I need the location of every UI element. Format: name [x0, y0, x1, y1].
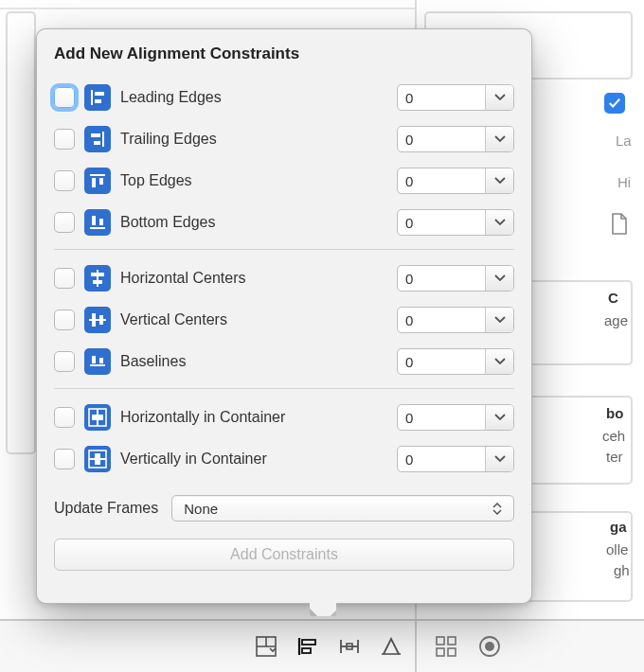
bg-text-gh: gh: [614, 562, 630, 578]
group-separator: [54, 249, 514, 250]
zoom-icon[interactable]: [477, 634, 502, 659]
svg-rect-1: [302, 640, 315, 645]
align-row-bottom: Bottom Edges0: [54, 202, 514, 243]
leading-checkbox[interactable]: [54, 87, 75, 108]
trailing-value-combo[interactable]: 0: [397, 126, 514, 152]
svg-rect-14: [92, 178, 96, 187]
bg-text-c: C: [608, 290, 618, 306]
hcontainer-checkbox[interactable]: [54, 407, 75, 428]
leading-value-combo[interactable]: 0: [397, 84, 514, 111]
update-frames-value: None: [184, 501, 218, 517]
svg-rect-13: [94, 141, 100, 145]
chevron-down-icon[interactable]: [485, 85, 513, 110]
chevron-down-icon[interactable]: [485, 210, 513, 235]
grid-icon[interactable]: [434, 634, 458, 659]
svg-rect-5: [448, 637, 456, 645]
svg-rect-23: [99, 358, 103, 363]
svg-rect-4: [437, 637, 444, 645]
resolve-tool-icon[interactable]: [379, 634, 403, 659]
bottom-label: Bottom Edges: [120, 214, 397, 231]
svg-rect-27: [95, 453, 100, 465]
update-frames-popup[interactable]: None: [171, 495, 514, 522]
chevron-down-icon[interactable]: [485, 447, 513, 471]
vcenters-label: Vertical Centers: [120, 311, 397, 328]
chevron-down-icon[interactable]: [485, 266, 513, 291]
svg-rect-17: [99, 219, 103, 225]
bg-text-olle: olle: [606, 541, 628, 557]
hcenters-value-combo[interactable]: 0: [397, 265, 514, 292]
bg-text-ter: ter: [606, 449, 623, 465]
svg-rect-21: [99, 315, 103, 325]
bg-text-bo: bo: [606, 405, 623, 421]
pin-tool-icon[interactable]: [337, 634, 362, 659]
align-row-top: Top Edges0: [54, 160, 514, 202]
vcontainer-icon: [84, 446, 111, 472]
document-icon: [610, 213, 629, 236]
vcontainer-label: Vertically in Container: [120, 451, 397, 468]
svg-rect-12: [91, 133, 100, 137]
hcenters-checkbox[interactable]: [54, 268, 75, 289]
baselines-value-combo[interactable]: 0: [397, 348, 514, 375]
baselines-value: 0: [398, 349, 485, 374]
baselines-checkbox[interactable]: [54, 351, 75, 372]
canvas-top-edge: [0, 8, 415, 9]
hcenters-icon: [84, 265, 111, 292]
add-constraints-button[interactable]: Add Constraints: [54, 539, 514, 571]
trailing-icon: [84, 126, 111, 152]
alignment-constraints-popover: Add New Alignment Constraints Leading Ed…: [36, 28, 532, 604]
stack-tool-icon[interactable]: [254, 634, 278, 659]
svg-rect-19: [93, 280, 102, 284]
svg-rect-15: [99, 178, 103, 185]
baselines-icon: [84, 348, 111, 375]
bg-text-ceh: ceh: [602, 428, 625, 444]
svg-rect-7: [448, 648, 456, 656]
vcenters-checkbox[interactable]: [54, 309, 75, 330]
top-value-combo[interactable]: 0: [397, 168, 514, 194]
svg-point-9: [485, 642, 494, 651]
vcenters-value-combo[interactable]: 0: [397, 307, 514, 333]
svg-rect-25: [92, 415, 103, 420]
top-label: Top Edges: [120, 172, 397, 189]
top-icon: [84, 168, 111, 194]
bg-text-la: La: [616, 133, 632, 149]
bg-text-ga: ga: [610, 519, 627, 535]
svg-rect-10: [95, 92, 104, 96]
align-row-leading: Leading Edges0: [54, 77, 514, 118]
bottom-checkbox[interactable]: [54, 212, 75, 233]
popover-title: Add New Alignment Constraints: [54, 44, 514, 63]
trailing-checkbox[interactable]: [54, 129, 75, 150]
svg-rect-6: [437, 648, 444, 656]
svg-rect-2: [302, 648, 311, 653]
background-checkbox[interactable]: [604, 93, 625, 114]
chevron-down-icon[interactable]: [485, 308, 513, 332]
trailing-value: 0: [398, 127, 485, 151]
chevron-down-icon[interactable]: [485, 349, 513, 374]
trailing-label: Trailing Edges: [120, 131, 397, 148]
hcontainer-icon: [84, 404, 111, 431]
bg-text-hi: Hi: [617, 174, 631, 190]
align-row-vcenters: Vertical Centers0: [54, 299, 514, 341]
hcontainer-value-combo[interactable]: 0: [397, 404, 514, 431]
chevron-down-icon[interactable]: [485, 168, 513, 193]
canvas-left-strip: [6, 11, 36, 454]
align-row-hcenters: Horizontal Centers0: [54, 257, 514, 299]
align-row-baselines: Baselines0: [54, 341, 514, 382]
top-checkbox[interactable]: [54, 170, 75, 191]
hcontainer-value: 0: [398, 405, 485, 430]
toolbar-divider: [415, 621, 417, 672]
top-value: 0: [398, 168, 485, 193]
hcontainer-label: Horizontally in Container: [120, 409, 397, 426]
svg-rect-22: [92, 356, 96, 363]
vcontainer-value-combo[interactable]: 0: [397, 446, 514, 472]
align-row-trailing: Trailing Edges0: [54, 118, 514, 160]
stepper-icon: [492, 500, 506, 517]
align-tool-icon[interactable]: [295, 634, 320, 659]
vcontainer-checkbox[interactable]: [54, 449, 75, 469]
add-constraints-label: Add Constraints: [230, 546, 338, 563]
chevron-down-icon[interactable]: [485, 405, 513, 430]
leading-value: 0: [398, 85, 485, 110]
hcenters-label: Horizontal Centers: [120, 270, 397, 287]
bottom-value-combo[interactable]: 0: [397, 209, 514, 236]
chevron-down-icon[interactable]: [485, 127, 513, 151]
canvas-toolbar: [0, 619, 644, 672]
